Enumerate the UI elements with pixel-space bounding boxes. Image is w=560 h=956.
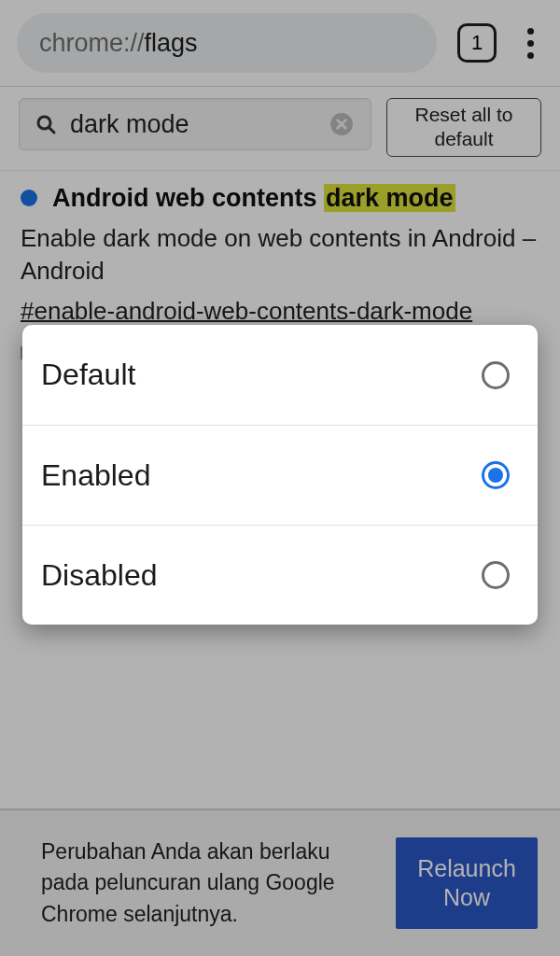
popup-option-enabled[interactable]: Enabled — [22, 425, 538, 525]
popup-option-default[interactable]: Default — [22, 325, 538, 425]
radio-icon — [482, 361, 510, 389]
popup-option-label: Enabled — [41, 458, 150, 493]
flag-value-popup: Default Enabled Disabled — [22, 325, 538, 625]
radio-selected-icon — [482, 461, 510, 489]
popup-option-label: Disabled — [41, 558, 158, 593]
popup-option-disabled[interactable]: Disabled — [22, 525, 538, 625]
radio-icon — [482, 561, 510, 589]
popup-option-label: Default — [41, 358, 135, 392]
app-root: chrome://flags 1 dark mode Reset all to … — [0, 0, 560, 956]
